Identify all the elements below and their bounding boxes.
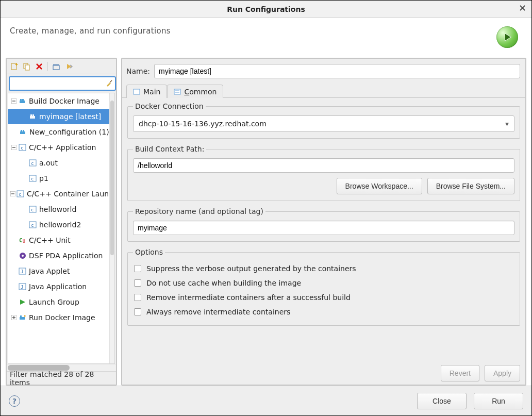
svg-rect-17 [30,116,35,119]
config-editor-panel: Name: Main Common [121,58,526,386]
run-button[interactable]: Run [474,393,523,409]
svg-rect-21 [21,130,22,131]
option-no-cache[interactable]: Do not use cache when building the image [133,276,514,290]
revert-button[interactable]: Revert [441,365,479,381]
tree-filter-input[interactable] [9,76,116,91]
tree-item-label: C/C++ Container Launcher [27,190,109,198]
tree-item-label: helloworld [39,205,76,213]
duplicate-config-button[interactable] [21,61,32,72]
titlebar: Run Configurations ✕ [1,1,531,18]
tree-item-label: C/C++ Unit [29,236,71,244]
tab-main-icon [133,88,140,95]
tree-item[interactable]: Build Docker Image [8,93,109,109]
tree-item[interactable]: Launch Group [8,294,109,310]
tree-item[interactable]: cC/C++ Application [8,140,109,155]
svg-rect-55 [174,89,180,94]
checkbox-icon [134,308,141,315]
tree-item[interactable]: cp1 [8,171,109,186]
repository-name-input[interactable] [133,221,514,235]
tree-item[interactable]: ca.out [8,155,109,171]
svg-rect-5 [25,65,29,70]
tree-item[interactable]: New_configuration (1) [8,124,109,140]
tree-item-label: Java Applet [29,267,70,275]
chevron-down-icon: ▾ [505,120,509,128]
svg-rect-15 [20,99,22,101]
tree-item-label: Java Application [29,282,87,291]
legend-repository-name: Repository name (and optional tag) [133,207,265,215]
config-tree[interactable]: Build Docker Imagemyimage [latest]New_co… [8,93,109,363]
dialog-footer: ? Close Run [1,386,531,415]
group-docker-connection: Docker Connection dhcp-10-15-16-136.yyz.… [127,102,520,139]
tree-item[interactable]: CUC/C++ Unit [8,232,109,248]
tree-item[interactable]: chelloworld2 [8,217,109,232]
tree-horizontal-scrollbar[interactable] [7,364,116,371]
tree-item[interactable]: cC/C++ Container Launcher [8,186,109,202]
option-remove-intermediate[interactable]: Remove intermediate containers after a s… [133,290,514,305]
svg-rect-22 [23,130,24,131]
svg-marker-0 [505,34,511,41]
svg-text:c: c [31,161,34,166]
tree-vertical-scrollbar[interactable] [109,93,114,363]
option-label: Do not use cache when building the image [146,279,301,287]
option-label: Always remove intermediate containers [146,308,290,316]
collapse-all-button[interactable] [51,61,62,72]
svg-rect-19 [32,114,34,116]
tab-main[interactable]: Main [126,85,167,98]
tree-item-label: C/C++ Application [29,143,96,152]
window-title: Run Configurations [227,5,305,13]
close-button[interactable]: Close [417,393,467,409]
tree-item-icon: c [19,143,27,152]
run-configurations-dialog: Run Configurations ✕ Create, manage, and… [0,0,532,416]
tree-item-icon: J [19,267,27,275]
legend-options: Options [133,248,165,256]
svg-rect-16 [22,99,24,101]
help-icon[interactable]: ? [9,395,20,407]
tree-item-icon: c [29,159,37,167]
tab-main-label: Main [143,88,160,96]
close-icon[interactable]: ✕ [519,4,526,13]
tree-collapse-icon[interactable] [10,97,18,105]
tree-item-icon: c [29,205,37,213]
tree-item[interactable]: DSF PDA Application [8,248,109,263]
option-suppress-verbose[interactable]: Suppress the verbose output generated by… [133,261,514,276]
svg-rect-54 [134,89,140,94]
svg-text:U: U [23,239,25,244]
tree-item[interactable]: myimage [latest] [8,109,109,124]
build-context-input[interactable] [133,158,514,173]
dialog-header: Create, manage, and run configurations [1,18,531,58]
tree-collapse-icon[interactable] [10,190,15,197]
tree-item-label: DSF PDA Application [29,252,103,260]
svg-rect-14 [20,101,25,103]
checkbox-icon [134,279,141,287]
tree-item[interactable]: Run Docker Image [8,310,109,325]
new-config-button[interactable] [9,61,20,72]
name-input[interactable] [154,64,520,78]
svg-text:c: c [19,192,21,197]
legend-build-context: Build Context Path: [133,145,206,153]
apply-button[interactable]: Apply [485,365,520,381]
tab-common[interactable]: Common [167,85,223,98]
svg-marker-10 [67,64,71,69]
docker-connection-select[interactable]: dhcp-10-15-16-136.yyz.redhat.com ▾ [133,115,514,132]
tree-item-icon [29,112,37,121]
checkbox-icon [134,294,141,301]
browse-filesystem-button[interactable]: Browse File System... [427,178,514,194]
tree-item-label: myimage [latest] [39,112,101,121]
filter-launch-types-button[interactable] [63,61,74,72]
group-options: Options Suppress the verbose output gene… [127,248,520,326]
tree-item-icon: c [29,221,37,229]
tree-item[interactable]: JJava Application [8,279,109,294]
tree-item[interactable]: chelloworld [8,202,109,217]
browse-workspace-button[interactable]: Browse Workspace... [337,178,422,194]
option-label: Suppress the verbose output generated by… [146,264,356,273]
tree-item-icon: c [16,190,25,198]
config-tree-panel: Build Docker Imagemyimage [latest]New_co… [6,58,117,386]
tree-item[interactable]: JJava Applet [8,263,109,279]
toolbar-separator [47,62,48,71]
name-label: Name: [126,67,150,75]
tree-expand-icon[interactable] [10,314,18,321]
option-always-remove[interactable]: Always remove intermediate containers [133,305,514,319]
tree-collapse-icon[interactable] [10,144,18,151]
delete-config-button[interactable] [34,61,45,72]
svg-rect-18 [30,114,32,116]
